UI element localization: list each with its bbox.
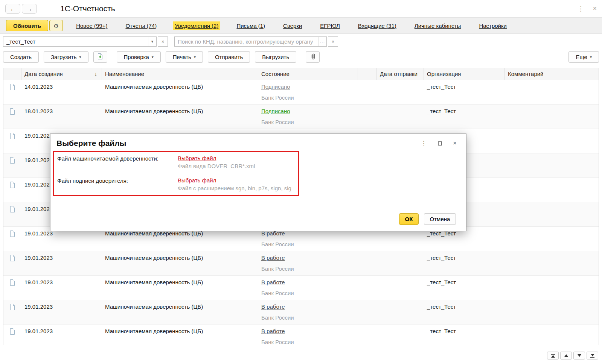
chevron-down-icon: ▾ xyxy=(590,55,592,59)
column-name[interactable]: Наименование xyxy=(102,68,258,80)
load-button[interactable]: Загрузить▾ xyxy=(44,51,88,63)
check-button[interactable]: Проверка▾ xyxy=(117,51,161,63)
column-comment[interactable]: Комментарий xyxy=(505,68,599,80)
scroll-down-button[interactable] xyxy=(573,352,585,359)
column-date-created[interactable]: Дата создания ↓ xyxy=(21,68,102,80)
cell-comment xyxy=(505,153,599,165)
tab-item[interactable]: Отчеты (74) xyxy=(123,21,159,30)
cell-extra xyxy=(358,325,377,345)
highlight-red-box: Файл машиночитаемой доверенности: Выбрат… xyxy=(53,151,299,196)
paperclip-icon xyxy=(310,53,316,61)
organization-dropdown-button[interactable]: ▾ xyxy=(148,37,156,46)
cell-comment xyxy=(505,178,599,190)
organization-filter-input[interactable] xyxy=(3,37,148,46)
tab-item[interactable]: Личные кабинеты xyxy=(413,21,463,30)
search-options-button[interactable]: ... xyxy=(318,37,326,46)
scroll-to-top-button[interactable] xyxy=(547,352,559,359)
search-clear-button[interactable]: × xyxy=(328,36,338,47)
create-button[interactable]: Создать xyxy=(3,51,39,63)
arrow-up-icon xyxy=(564,354,568,357)
ok-button[interactable]: ОК xyxy=(399,213,419,225)
choose-file-link[interactable]: Выбрать файл xyxy=(178,155,216,161)
cell-comment xyxy=(505,227,599,247)
column-icon[interactable] xyxy=(3,68,21,80)
file-field-row: Файл машиночитаемой доверенности: Выбрат… xyxy=(57,155,298,169)
cancel-button[interactable]: Отмена xyxy=(424,213,456,225)
table-row[interactable]: 18.01.2023 Машиночитаемая доверенность (… xyxy=(3,105,599,129)
more-button[interactable]: Еще▾ xyxy=(568,51,599,63)
state-link[interactable]: Подписано xyxy=(261,83,290,90)
gear-icon: ⚙ xyxy=(53,23,58,29)
tab-item[interactable]: Уведомления (2) xyxy=(173,21,220,30)
cell-comment xyxy=(505,202,599,214)
tab-item[interactable]: ЕГРЮЛ xyxy=(318,21,341,30)
dialog-title: Выберите файлы xyxy=(56,139,126,148)
cell-name: Машиночитаемая доверенность (ЦБ) xyxy=(102,251,258,272)
cell-date-sent xyxy=(377,300,424,321)
table-row[interactable]: 14.01.2023 Машиночитаемая доверенность (… xyxy=(3,80,599,105)
scroll-to-bottom-button[interactable] xyxy=(587,352,598,359)
controlling-authority: Банк России xyxy=(261,94,355,101)
table-row[interactable]: 19.01.2023 Машиночитаемая доверенность (… xyxy=(3,276,599,300)
cell-name: Машиночитаемая доверенность (ЦБ) xyxy=(102,276,258,296)
document-icon xyxy=(9,279,15,296)
controlling-authority: Банк России xyxy=(261,241,355,247)
cell-comment xyxy=(505,325,599,345)
forward-button[interactable]: → xyxy=(22,4,37,14)
cell-comment xyxy=(505,105,599,125)
back-button[interactable]: ← xyxy=(5,4,20,14)
state-link[interactable]: В работе xyxy=(261,255,285,261)
cell-extra xyxy=(358,276,377,296)
column-organization[interactable]: Организация xyxy=(424,68,505,80)
tab-item[interactable]: Входящие (31) xyxy=(356,21,398,30)
document-icon xyxy=(9,181,15,190)
choose-file-link[interactable]: Выбрать файл xyxy=(178,177,216,184)
cell-organization: _тест_Тест xyxy=(424,325,505,345)
export-button[interactable]: Выгрузить xyxy=(255,51,296,63)
document-icon xyxy=(9,83,15,101)
state-link[interactable]: В работе xyxy=(261,279,285,285)
clear-icon: × xyxy=(162,39,165,44)
refresh-button[interactable]: Обновить xyxy=(6,20,48,31)
state-link[interactable]: Подписано xyxy=(261,108,290,114)
cell-state: В работе Банк России xyxy=(258,251,358,272)
cell-date-sent xyxy=(377,276,424,296)
window-menu-icon[interactable]: ⋮ xyxy=(578,5,584,13)
tab-item[interactable]: Настройки xyxy=(477,21,509,30)
organization-clear-button[interactable]: × xyxy=(158,36,168,47)
document-icon xyxy=(9,132,15,141)
column-state[interactable]: Состояние xyxy=(258,68,358,80)
title-bar: ← → 1С-Отчетность ⋮ × xyxy=(0,0,602,17)
column-date-sent[interactable]: Дата отправки xyxy=(377,68,424,80)
table-row[interactable]: 19.01.2023 Машиночитаемая доверенность (… xyxy=(3,300,599,325)
search-field: ... xyxy=(174,36,327,47)
dialog-close-icon[interactable]: × xyxy=(453,140,457,147)
table-row[interactable]: 19.01.2023 Машиночитаемая доверенность (… xyxy=(3,251,599,276)
state-link[interactable]: В работе xyxy=(261,328,285,334)
tab-item[interactable]: Новое (99+) xyxy=(74,21,109,30)
cell-state: Подписано Банк России xyxy=(258,105,358,125)
attachments-button[interactable] xyxy=(306,51,320,63)
controlling-authority: Банк России xyxy=(261,265,355,272)
controlling-authority: Банк России xyxy=(261,119,355,125)
table-row[interactable]: 19.01.2023 Машиночитаемая доверенность (… xyxy=(3,325,599,345)
dialog-menu-icon[interactable]: ⋮ xyxy=(421,140,427,147)
organization-filter: ▾ xyxy=(3,36,157,47)
settings-gear-button[interactable]: ⚙ xyxy=(49,20,63,31)
column-extra[interactable] xyxy=(358,68,377,80)
search-input[interactable] xyxy=(175,37,318,46)
tab-item[interactable]: Письма (1) xyxy=(235,21,267,30)
load-from-file-button[interactable] xyxy=(93,51,107,63)
document-icon xyxy=(9,206,15,214)
file-field-row: Файл подписи доверителя: Выбрать файл Фа… xyxy=(57,177,298,191)
chevron-down-icon: ▾ xyxy=(79,55,81,59)
window-close-icon[interactable]: × xyxy=(593,5,597,12)
dialog-maximize-icon[interactable] xyxy=(438,141,442,146)
scroll-up-button[interactable] xyxy=(560,352,572,359)
print-button[interactable]: Печать▾ xyxy=(166,51,203,63)
chevron-down-icon: ▾ xyxy=(151,39,154,44)
state-link[interactable]: В работе xyxy=(261,303,285,310)
send-button[interactable]: Отправить xyxy=(208,51,250,63)
tab-item[interactable]: Сверки xyxy=(281,21,304,30)
arrow-down-icon xyxy=(578,354,581,357)
